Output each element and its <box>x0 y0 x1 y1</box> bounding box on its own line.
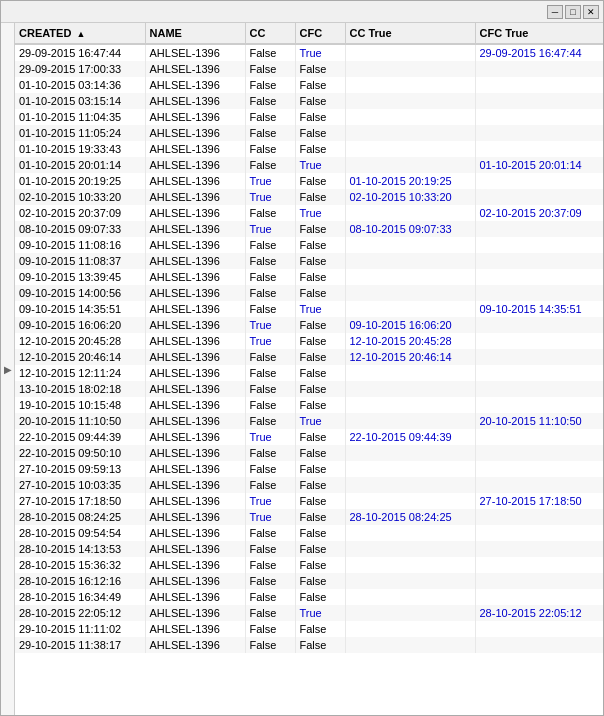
table-cell: False <box>245 141 295 157</box>
table-cell <box>345 637 475 653</box>
table-row[interactable]: 12-10-2015 20:45:28AHLSEL-1396TrueFalse1… <box>15 333 603 349</box>
table-cell: False <box>295 237 345 253</box>
table-row[interactable]: 09-10-2015 11:08:37AHLSEL-1396FalseFalse <box>15 253 603 269</box>
table-row[interactable]: 09-10-2015 14:00:56AHLSEL-1396FalseFalse <box>15 285 603 301</box>
table-cell: False <box>245 93 295 109</box>
sort-arrow-created: ▲ <box>76 29 85 39</box>
table-row[interactable]: 27-10-2015 10:03:35AHLSEL-1396FalseFalse <box>15 477 603 493</box>
table-row[interactable]: 09-10-2015 13:39:45AHLSEL-1396FalseFalse <box>15 269 603 285</box>
table-cell: False <box>245 205 295 221</box>
table-cell: False <box>245 589 295 605</box>
table-cell <box>345 413 475 429</box>
col-header-cfctrue[interactable]: CFC True <box>475 23 603 44</box>
table-row[interactable]: 28-10-2015 22:05:12AHLSEL-1396FalseTrue2… <box>15 605 603 621</box>
table-row[interactable]: 13-10-2015 18:02:18AHLSEL-1396FalseFalse <box>15 381 603 397</box>
table-cell: 28-10-2015 15:36:32 <box>15 557 145 573</box>
table-row[interactable]: 01-10-2015 19:33:43AHLSEL-1396FalseFalse <box>15 141 603 157</box>
close-button[interactable]: ✕ <box>583 5 599 19</box>
table-cell: AHLSEL-1396 <box>145 541 245 557</box>
table-cell <box>345 61 475 77</box>
table-row[interactable]: 28-10-2015 16:34:49AHLSEL-1396FalseFalse <box>15 589 603 605</box>
table-row[interactable]: 29-09-2015 17:00:33AHLSEL-1396FalseFalse <box>15 61 603 77</box>
table-row[interactable]: 08-10-2015 09:07:33AHLSEL-1396TrueFalse0… <box>15 221 603 237</box>
table-cell: False <box>245 397 295 413</box>
table-cell <box>475 269 603 285</box>
col-header-cctrue[interactable]: CC True <box>345 23 475 44</box>
table-cell: AHLSEL-1396 <box>145 317 245 333</box>
table-row[interactable]: 01-10-2015 03:14:36AHLSEL-1396FalseFalse <box>15 77 603 93</box>
table-cell <box>475 637 603 653</box>
table-cell <box>345 285 475 301</box>
table-cell: False <box>245 77 295 93</box>
table-row[interactable]: 01-10-2015 11:04:35AHLSEL-1396FalseFalse <box>15 109 603 125</box>
table-cell: False <box>295 189 345 205</box>
data-table: CREATED ▲ NAME CC CFC CC T <box>15 23 603 653</box>
cctrue-label: CC True <box>350 27 392 39</box>
table-row[interactable]: 01-10-2015 20:19:25AHLSEL-1396TrueFalse0… <box>15 173 603 189</box>
table-row[interactable]: 20-10-2015 11:10:50AHLSEL-1396FalseTrue2… <box>15 413 603 429</box>
table-container[interactable]: CREATED ▲ NAME CC CFC CC T <box>15 23 603 715</box>
table-row[interactable]: 29-10-2015 11:38:17AHLSEL-1396FalseFalse <box>15 637 603 653</box>
table-row[interactable]: 29-10-2015 11:11:02AHLSEL-1396FalseFalse <box>15 621 603 637</box>
table-cell <box>345 589 475 605</box>
table-row[interactable]: 12-10-2015 20:46:14AHLSEL-1396FalseFalse… <box>15 349 603 365</box>
table-cell <box>475 509 603 525</box>
main-window: ─ □ ✕ ▶ CREATED ▲ NAME <box>0 0 604 716</box>
table-row[interactable]: 28-10-2015 08:24:25AHLSEL-1396TrueFalse2… <box>15 509 603 525</box>
table-cell: False <box>295 333 345 349</box>
table-row[interactable]: 09-10-2015 14:35:51AHLSEL-1396FalseTrue0… <box>15 301 603 317</box>
table-cell <box>345 525 475 541</box>
table-cell <box>345 44 475 61</box>
table-cell: False <box>295 525 345 541</box>
table-row[interactable]: 28-10-2015 09:54:54AHLSEL-1396FalseFalse <box>15 525 603 541</box>
table-row[interactable]: 28-10-2015 16:12:16AHLSEL-1396FalseFalse <box>15 573 603 589</box>
table-cell: 08-10-2015 09:07:33 <box>345 221 475 237</box>
title-bar-buttons: ─ □ ✕ <box>547 5 599 19</box>
table-cell <box>475 317 603 333</box>
table-cell: False <box>245 637 295 653</box>
cc-label: CC <box>250 27 266 39</box>
table-row[interactable]: 09-10-2015 16:06:20AHLSEL-1396TrueFalse0… <box>15 317 603 333</box>
table-cell: False <box>245 349 295 365</box>
table-row[interactable]: 29-09-2015 16:47:44AHLSEL-1396FalseTrue2… <box>15 44 603 61</box>
col-header-created[interactable]: CREATED ▲ <box>15 23 145 44</box>
table-row[interactable]: 19-10-2015 10:15:48AHLSEL-1396FalseFalse <box>15 397 603 413</box>
table-row[interactable]: 22-10-2015 09:50:10AHLSEL-1396FalseFalse <box>15 445 603 461</box>
minimize-button[interactable]: ─ <box>547 5 563 19</box>
table-row[interactable]: 12-10-2015 12:11:24AHLSEL-1396FalseFalse <box>15 365 603 381</box>
table-cell: True <box>245 509 295 525</box>
table-row[interactable]: 02-10-2015 10:33:20AHLSEL-1396TrueFalse0… <box>15 189 603 205</box>
table-cell: True <box>245 317 295 333</box>
table-cell: False <box>295 397 345 413</box>
col-header-name[interactable]: NAME <box>145 23 245 44</box>
table-cell: False <box>295 637 345 653</box>
table-row[interactable]: 01-10-2015 11:05:24AHLSEL-1396FalseFalse <box>15 125 603 141</box>
table-cell <box>345 269 475 285</box>
table-row[interactable]: 27-10-2015 09:59:13AHLSEL-1396FalseFalse <box>15 461 603 477</box>
table-cell <box>475 477 603 493</box>
table-row[interactable]: 02-10-2015 20:37:09AHLSEL-1396FalseTrue0… <box>15 205 603 221</box>
table-row[interactable]: 22-10-2015 09:44:39AHLSEL-1396TrueFalse2… <box>15 429 603 445</box>
table-cell <box>345 573 475 589</box>
col-header-cfc[interactable]: CFC <box>295 23 345 44</box>
table-cell: False <box>245 61 295 77</box>
table-row[interactable]: 09-10-2015 11:08:16AHLSEL-1396FalseFalse <box>15 237 603 253</box>
table-row[interactable]: 01-10-2015 20:01:14AHLSEL-1396FalseTrue0… <box>15 157 603 173</box>
table-cell: 09-10-2015 14:00:56 <box>15 285 145 301</box>
table-cell: False <box>245 461 295 477</box>
col-header-cc[interactable]: CC <box>245 23 295 44</box>
table-cell: AHLSEL-1396 <box>145 237 245 253</box>
table-cell: 22-10-2015 09:44:39 <box>345 429 475 445</box>
table-row[interactable]: 01-10-2015 03:15:14AHLSEL-1396FalseFalse <box>15 93 603 109</box>
table-cell: 19-10-2015 10:15:48 <box>15 397 145 413</box>
table-row[interactable]: 28-10-2015 14:13:53AHLSEL-1396FalseFalse <box>15 541 603 557</box>
table-cell: AHLSEL-1396 <box>145 493 245 509</box>
table-cell: AHLSEL-1396 <box>145 44 245 61</box>
table-row[interactable]: 28-10-2015 15:36:32AHLSEL-1396FalseFalse <box>15 557 603 573</box>
maximize-button[interactable]: □ <box>565 5 581 19</box>
table-row[interactable]: 27-10-2015 17:18:50AHLSEL-1396TrueFalse2… <box>15 493 603 509</box>
table-cell: AHLSEL-1396 <box>145 525 245 541</box>
table-cell: 27-10-2015 10:03:35 <box>15 477 145 493</box>
table-cell: True <box>245 333 295 349</box>
created-label: CREATED <box>19 27 71 39</box>
